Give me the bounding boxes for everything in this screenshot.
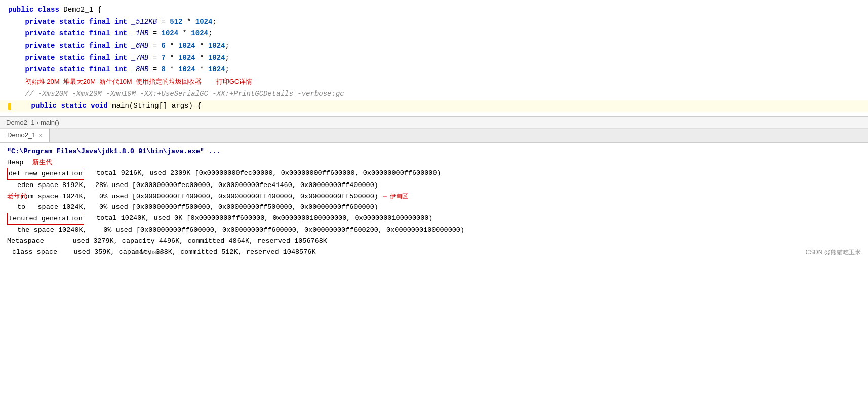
keyword-public: public	[8, 5, 38, 16]
console-line-from: 老年代 from space 1024K, 0% used [0x0000000…	[7, 191, 861, 202]
annotation-line: 初始堆 20M 堆最大20M 新生代10M 使用指定的垃圾回收器 打印GC详情	[0, 76, 868, 88]
breakpoint-indicator	[8, 103, 11, 111]
class-name: Demo2_1 {	[63, 5, 102, 16]
code-line-1: public class Demo2_1 {	[0, 4, 868, 16]
code-line-5: private static final int _7MB = 7 * 1024…	[0, 52, 868, 64]
tab-bar: Demo2_1 ×	[0, 129, 868, 143]
comment-line: // -Xms20M -Xmx20M -Xmn10M -XX:+UseSeria…	[0, 88, 868, 100]
console-line-the-space: the space 10240K, 0% used [0x00000000ff6…	[7, 225, 861, 236]
console-line-java: "C:\Program Files\Java\jdk1.8.0_91\bin\j…	[7, 146, 861, 157]
keyword-class: class	[38, 5, 63, 16]
code-line-3: private static final int _1MB = 1024 * 1…	[0, 28, 868, 40]
tab-label: Demo2_1	[7, 131, 35, 139]
main-method-line: public static void main(String[] args) {	[0, 100, 868, 113]
console-line-eden: eden space 8192K, 28% used [0x00000000fe…	[7, 180, 861, 191]
code-line-4: private static final int _6MB = 6 * 1024…	[0, 40, 868, 52]
console-line-tenured-gen: tenured generation total 10240K, used 0K…	[7, 213, 861, 225]
comment-text: // -Xms20M -Xmx20M -Xmn10M -XX:+UseSeria…	[25, 89, 344, 100]
breadcrumb-text: Demo2_1 › main()	[6, 119, 59, 126]
new-generation-annotation: 新生代	[32, 157, 52, 168]
code-editor-section: public class Demo2_1 { private static fi…	[0, 0, 868, 117]
used-label-2: used	[150, 248, 163, 257]
tab-demo2-1[interactable]: Demo2_1 ×	[0, 129, 50, 142]
tab-close-icon[interactable]: ×	[38, 132, 42, 138]
watermark: CSDN @熊猫吃玉米	[805, 248, 861, 257]
console-line-heap: Heap 新生代	[7, 157, 861, 168]
used-label-1: used	[135, 248, 148, 257]
console-line-def-new-gen: def new generation total 9216K, used 230…	[7, 168, 861, 180]
console-output: "C:\Program Files\Java\jdk1.8.0_91\bin\j…	[0, 143, 868, 261]
tenured-generation-label: tenured generation	[7, 213, 84, 225]
console-line-metaspace: Metaspace used 3279K, capacity 4496K, co…	[7, 236, 861, 247]
eden-area-annotation: ← 伊甸区	[382, 192, 408, 201]
code-line-6: private static final int _8MB = 8 * 1024…	[0, 64, 868, 76]
console-section: "C:\Program Files\Java\jdk1.8.0_91\bin\j…	[0, 143, 868, 261]
used-labels: used used	[135, 248, 163, 257]
annotation-text: 初始堆 20M	[25, 77, 60, 87]
breadcrumb: Demo2_1 › main()	[0, 117, 868, 129]
console-line-to: to space 1024K, 0% used [0x00000000ff500…	[7, 202, 861, 213]
def-new-generation-label: def new generation	[7, 168, 84, 180]
code-editor: public class Demo2_1 { private static fi…	[0, 0, 868, 117]
code-line-2: private static final int _512KB = 512 * …	[0, 16, 868, 28]
old-generation-label: 老年代	[7, 191, 27, 202]
